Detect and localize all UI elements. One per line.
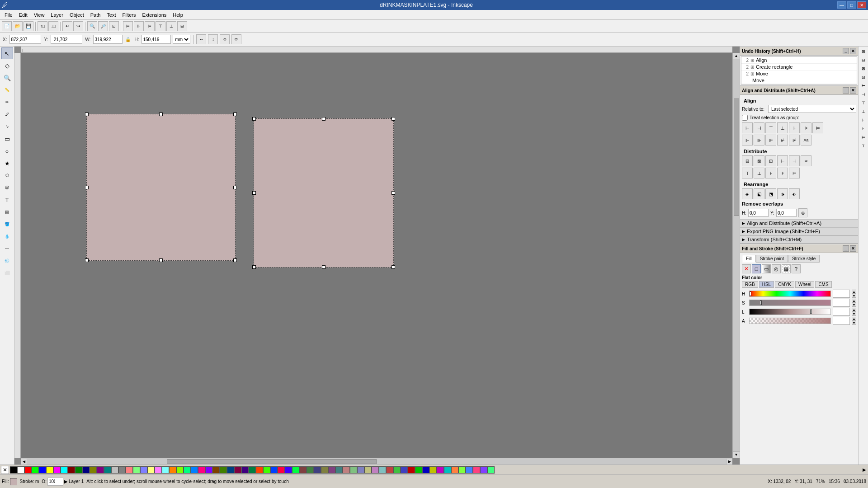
h-overlap-input[interactable] [748, 209, 769, 217]
dist-r2-b4[interactable]: ⊧ [777, 168, 788, 178]
palette-color-swatch[interactable] [10, 466, 17, 474]
x-coord-input[interactable] [9, 35, 41, 44]
align-left-button[interactable]: ⊨ [123, 21, 133, 31]
palette-color-swatch[interactable] [241, 466, 249, 474]
selected-rect-2[interactable] [254, 118, 394, 267]
align-b2[interactable]: ⊪ [754, 135, 764, 145]
dist-b6[interactable]: ∞ [801, 155, 811, 166]
palette-color-swatch[interactable] [314, 466, 321, 474]
palette-color-swatch[interactable] [75, 466, 82, 474]
cms-tab[interactable]: CMS [815, 281, 831, 288]
relative-to-select[interactable]: Last selected First selected Biggest obj… [768, 105, 856, 113]
palette-color-swatch[interactable] [437, 466, 444, 474]
palette-color-swatch[interactable] [451, 466, 458, 474]
rearr-b4[interactable]: ⬗ [777, 188, 788, 199]
handle-bc[interactable] [159, 258, 163, 262]
hsl-tab[interactable]: HSL [759, 281, 774, 288]
spiral-tool[interactable]: @ [1, 182, 13, 193]
handle-ml[interactable] [85, 186, 89, 189]
s-spin-down[interactable]: ▼ [852, 303, 856, 307]
h-spin-up[interactable]: ▲ [852, 290, 856, 294]
handle2-bc[interactable] [322, 265, 326, 269]
palette-color-swatch[interactable] [32, 466, 39, 474]
panel-align-distribute-collapsed[interactable]: ▶ Align and Distribute (Shift+Ctrl+A) [740, 219, 858, 227]
dist-r2-b2[interactable]: ⊥ [754, 168, 764, 178]
h-spin-down[interactable]: ▼ [852, 294, 856, 298]
palette-color-swatch[interactable] [357, 466, 364, 474]
undo-item-1[interactable]: 2 ⊞ Align [741, 57, 857, 64]
new-button[interactable]: 📄 [2, 21, 12, 31]
palette-color-swatch[interactable] [299, 466, 307, 474]
palette-color-swatch[interactable] [278, 466, 285, 474]
palette-color-swatch[interactable] [458, 466, 466, 474]
fr-btn-6[interactable]: ⊣ [859, 90, 868, 99]
unit-select[interactable]: mm px pt cm in [173, 35, 190, 44]
dist-b4[interactable]: ⊢ [777, 155, 788, 166]
dropper-tool[interactable]: 💧 [1, 230, 13, 242]
stroke-paint-tab[interactable]: Stroke paint [756, 255, 788, 263]
align-top-edges[interactable]: ⊥ [777, 122, 788, 133]
palette-color-swatch[interactable] [429, 466, 437, 474]
palette-color-swatch[interactable] [191, 466, 198, 474]
palette-color-swatch[interactable] [307, 466, 314, 474]
open-button[interactable]: 📂 [13, 21, 23, 31]
align-center-button[interactable]: ⊪ [134, 21, 144, 31]
fr-btn-5[interactable]: ⊢ [859, 82, 868, 90]
handle2-tc[interactable] [322, 117, 326, 121]
palette-color-swatch[interactable] [393, 466, 401, 474]
h-scrollbar[interactable]: ◀ ▶ [21, 458, 732, 465]
close-button[interactable]: ✕ [857, 1, 866, 9]
handle2-bl[interactable] [252, 265, 256, 269]
palette-color-swatch[interactable] [82, 466, 90, 474]
dist-b3[interactable]: ⊡ [765, 155, 776, 166]
transform-y-button[interactable]: ↕ [208, 34, 218, 44]
pencil-tool[interactable]: ✏ [1, 96, 13, 108]
menu-view[interactable]: View [31, 11, 47, 19]
palette-color-swatch[interactable] [263, 466, 270, 474]
export-button[interactable]: ↓□ [48, 21, 58, 31]
menu-object[interactable]: Object [67, 11, 87, 19]
a-spin-down[interactable]: ▼ [852, 321, 856, 325]
palette-color-swatch[interactable] [111, 466, 118, 474]
fr-btn-11[interactable]: ⊨ [859, 133, 868, 141]
fr-btn-9[interactable]: ⊦ [859, 116, 868, 124]
palette-color-swatch[interactable] [126, 466, 133, 474]
rearr-b2[interactable]: ⬕ [754, 188, 764, 199]
align-b3[interactable]: ⊫ [765, 135, 776, 145]
remove-overlaps-btn[interactable]: ⊕ [798, 208, 807, 217]
palette-color-swatch[interactable] [133, 466, 140, 474]
fr-btn-10[interactable]: ⊧ [859, 125, 868, 133]
fr-btn-3[interactable]: ⊠ [859, 65, 868, 73]
undo-item-2[interactable]: 2 ⊞ Create rectangle [741, 64, 857, 70]
h-value-input[interactable]: 0 [833, 290, 850, 298]
zoom-fit-button[interactable]: ⊡ [109, 21, 119, 31]
rect-tool[interactable]: ▭ [1, 133, 13, 145]
l-spin-down[interactable]: ▼ [852, 312, 856, 316]
palette-color-swatch[interactable] [408, 466, 415, 474]
align-b1[interactable]: ⊩ [742, 135, 753, 145]
v-scrollbar[interactable]: ▲ ▼ [732, 53, 740, 458]
s-spin-up[interactable]: ▲ [852, 299, 856, 303]
fill-color-swatch[interactable] [10, 478, 17, 485]
hscroll-left-btn[interactable]: ◀ [21, 459, 27, 465]
align-panel-buttons[interactable]: _ ✕ [843, 87, 856, 94]
palette-color-swatch[interactable] [46, 466, 53, 474]
cmyk-tab[interactable]: CMYK [775, 281, 794, 288]
select-tool[interactable]: ↖ [1, 47, 13, 59]
gradient-tool[interactable]: ▤ [1, 206, 13, 218]
vscroll-up-btn[interactable]: ▲ [733, 53, 740, 59]
palette-color-swatch[interactable] [118, 466, 126, 474]
menu-file[interactable]: File [2, 11, 15, 19]
palette-color-swatch[interactable] [90, 466, 97, 474]
palette-color-swatch[interactable] [473, 466, 480, 474]
transform-btn3[interactable]: ⟳ [231, 34, 241, 44]
redo-button[interactable]: ↪ [73, 21, 83, 31]
hscroll-track[interactable] [27, 459, 726, 465]
undo-panel-close[interactable]: ✕ [850, 48, 856, 54]
palette-color-swatch[interactable] [270, 466, 278, 474]
palette-color-swatch[interactable] [140, 466, 147, 474]
align-center-vert[interactable]: ⊧ [801, 122, 811, 133]
dist-r2-b5[interactable]: ⊨ [789, 168, 800, 178]
palette-color-swatch[interactable] [176, 466, 184, 474]
palette-color-swatch[interactable] [234, 466, 241, 474]
